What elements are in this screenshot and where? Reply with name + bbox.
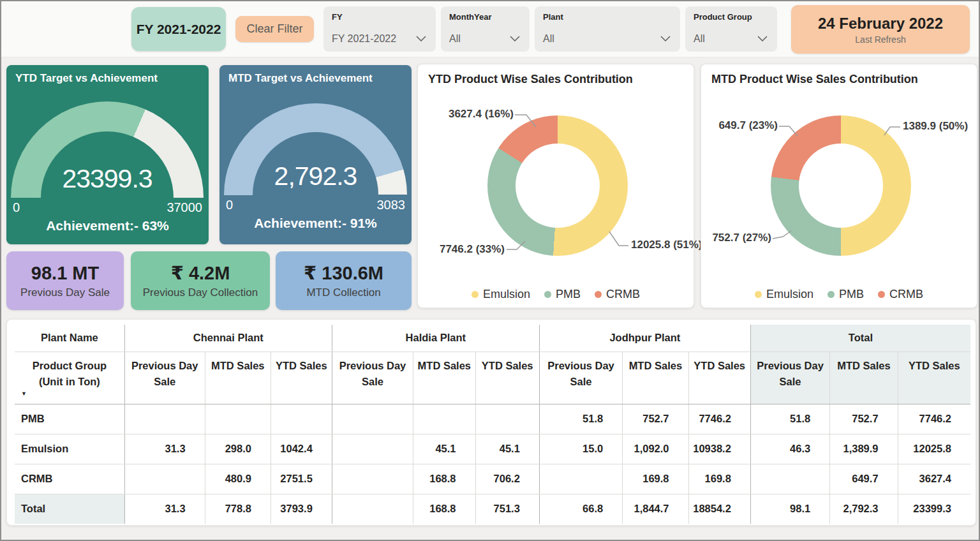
table-cell[interactable]: 31.3 — [124, 494, 205, 524]
table-cell[interactable] — [124, 404, 205, 434]
table-cell[interactable]: 31.3 — [124, 434, 205, 464]
measure-header[interactable]: MTD Sales — [205, 352, 271, 404]
sort-descending-icon[interactable]: ▼ — [21, 390, 27, 399]
row-label[interactable]: CRMB — [15, 464, 124, 494]
measure-header[interactable]: MTD Sales — [830, 352, 898, 404]
table-cell[interactable]: 168.8 — [413, 494, 475, 524]
table-cell[interactable]: 12025.8 — [898, 434, 970, 464]
legend-item-emulsion[interactable]: Emulsion — [755, 288, 813, 301]
chart-title: YTD Product Wise Sales Contribution — [428, 73, 633, 86]
chevron-down-icon[interactable] — [510, 36, 520, 41]
table-cell[interactable]: 7746.2 — [688, 404, 750, 434]
table-cell[interactable]: 1,389.9 — [830, 434, 898, 464]
table-cell[interactable]: 298.0 — [205, 434, 271, 464]
table-cell[interactable]: 3627.4 — [898, 464, 970, 494]
table-cell[interactable]: 2751.5 — [271, 464, 332, 494]
table-cell[interactable] — [750, 464, 829, 494]
table-cell[interactable]: 10938.2 — [688, 434, 750, 464]
slicer-label: Plant — [543, 12, 563, 22]
measure-header[interactable]: Previous Day Sale — [332, 352, 413, 404]
clear-filter-button[interactable]: Clear Filter — [235, 16, 314, 42]
row-label[interactable]: Emulsion — [15, 434, 124, 464]
table-cell[interactable]: 15.0 — [539, 434, 622, 464]
gauge-chart: 23399.3 — [11, 101, 204, 198]
measure-header[interactable]: YTD Sales — [475, 352, 539, 404]
legend-item-crmb[interactable]: CRMB — [878, 288, 923, 301]
plant-group-header-total[interactable]: Total — [750, 325, 970, 352]
chevron-down-icon[interactable] — [757, 36, 768, 41]
table-cell[interactable] — [332, 434, 413, 464]
row-label[interactable]: Total — [15, 494, 124, 524]
table-cell[interactable]: 168.8 — [413, 464, 475, 494]
measure-header[interactable]: YTD Sales — [688, 352, 750, 404]
measure-header-row: Product Group (Unit in Ton) ▼ Previous D… — [15, 352, 970, 404]
table-cell[interactable]: 1,844.7 — [623, 494, 688, 524]
table-cell[interactable]: 649.7 — [830, 464, 898, 494]
table-cell[interactable] — [413, 404, 475, 434]
table-cell[interactable]: 752.7 — [830, 404, 898, 434]
gauge-value: 23399.3 — [11, 164, 204, 194]
table-cell[interactable] — [205, 404, 271, 434]
table-cell[interactable] — [475, 404, 539, 434]
legend-dot — [544, 291, 551, 298]
table-cell[interactable]: 66.8 — [539, 494, 622, 524]
table-cell[interactable]: 45.1 — [413, 434, 475, 464]
row-label[interactable]: PMB — [15, 404, 124, 434]
table-cell[interactable]: 1042.4 — [271, 434, 332, 464]
table-cell[interactable]: 751.3 — [475, 494, 539, 524]
fy-filter-button[interactable]: FY 2021-2022 — [131, 7, 226, 51]
chevron-down-icon[interactable] — [416, 36, 426, 41]
table-cell[interactable] — [124, 464, 205, 494]
table-cell[interactable]: 51.8 — [750, 404, 829, 434]
plant-slicer[interactable]: Plant All — [535, 6, 680, 52]
table-cell[interactable]: 7746.2 — [898, 404, 970, 434]
legend-item-crmb[interactable]: CRMB — [595, 288, 640, 301]
table-cell[interactable]: 480.9 — [205, 464, 271, 494]
measure-header[interactable]: YTD Sales — [271, 352, 332, 404]
donut-chart[interactable] — [487, 115, 628, 256]
monthyear-slicer[interactable]: MonthYear All — [441, 6, 530, 52]
measure-header[interactable]: Previous Day Sale — [539, 352, 622, 404]
table-cell[interactable] — [271, 404, 332, 434]
table-cell[interactable]: 752.7 — [623, 404, 688, 434]
slicer-value: All — [694, 33, 705, 45]
table-cell[interactable]: 169.8 — [688, 464, 750, 494]
table-cell[interactable]: 46.3 — [750, 434, 829, 464]
measure-header[interactable]: Previous Day Sale — [124, 352, 205, 404]
table-cell[interactable]: 2,792.3 — [830, 494, 898, 524]
table-cell[interactable]: 3793.9 — [271, 494, 332, 524]
plant-group-header[interactable]: Jodhpur Plant — [539, 325, 750, 352]
chevron-down-icon[interactable] — [660, 36, 671, 41]
table-cell[interactable]: 169.8 — [623, 464, 688, 494]
product-group-slicer[interactable]: Product Group All — [685, 6, 777, 52]
gauge-value: 2,792.3 — [224, 161, 407, 191]
table-cell[interactable] — [539, 464, 622, 494]
plant-group-header[interactable]: Chennai Plant — [124, 325, 332, 352]
measure-header[interactable]: YTD Sales — [898, 352, 970, 404]
table-cell[interactable]: 51.8 — [539, 404, 622, 434]
table-cell[interactable]: 98.1 — [750, 494, 829, 524]
legend-item-emulsion[interactable]: Emulsion — [471, 288, 530, 301]
table-cell[interactable]: 778.8 — [205, 494, 271, 524]
table-cell[interactable]: 45.1 — [475, 434, 539, 464]
fy-slicer[interactable]: FY FY 2021-2022 — [323, 6, 436, 52]
table-cell[interactable]: 706.2 — [475, 464, 539, 494]
previous-day-sale-kpi: 98.1 MT Previous Day Sale — [6, 251, 124, 310]
mtd-collection-kpi: ₹ 130.6M MTD Collection — [276, 251, 412, 310]
donut-chart[interactable] — [771, 115, 911, 256]
table-cell[interactable]: 1,092.0 — [623, 434, 688, 464]
table-cell[interactable] — [332, 464, 413, 494]
table-cell[interactable]: 23399.3 — [898, 494, 970, 524]
table-cell[interactable] — [332, 404, 413, 434]
plant-group-header[interactable]: Haldia Plant — [332, 325, 539, 352]
ytd-donut-card: YTD Product Wise Sales Contribution 3627… — [417, 64, 694, 308]
legend-item-pmb[interactable]: PMB — [544, 288, 581, 301]
measure-header[interactable]: MTD Sales — [413, 352, 475, 404]
legend-dot — [595, 291, 602, 298]
row-group-header[interactable]: Product Group (Unit in Ton) ▼ — [15, 352, 124, 404]
table-cell[interactable]: 18854.2 — [688, 494, 750, 524]
measure-header[interactable]: Previous Day Sale — [750, 352, 829, 404]
measure-header[interactable]: MTD Sales — [623, 352, 688, 404]
legend-item-pmb[interactable]: PMB — [828, 288, 864, 301]
table-cell[interactable] — [332, 494, 413, 524]
